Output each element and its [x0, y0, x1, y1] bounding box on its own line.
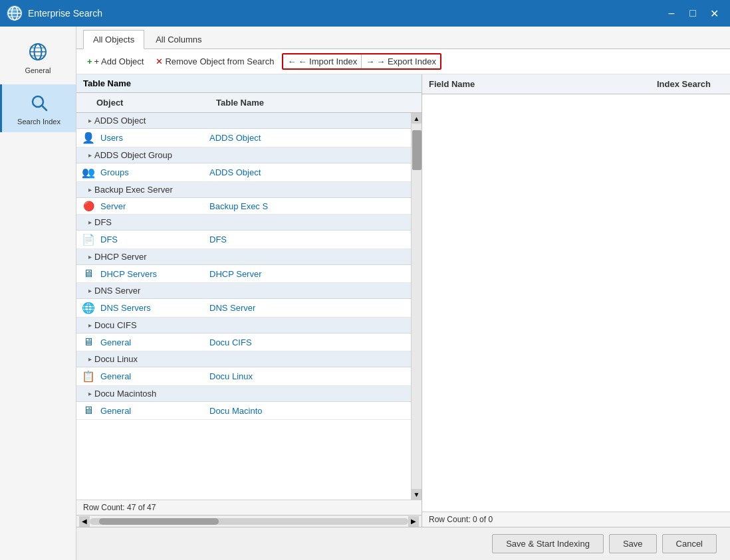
user-icon: 👤 [76, 132, 100, 144]
table-name-header: Table Name [76, 74, 422, 93]
group-adds-object-group-label: ADDS Object Group [94, 150, 172, 160]
group-dfs-label: DFS [94, 217, 112, 227]
h-scroll-thumb[interactable] [99, 518, 219, 525]
collapse-icon: ▸ [88, 151, 92, 159]
svg-line-11 [42, 106, 47, 110]
action-bar: Save & Start Indexing Save Cancel [76, 527, 730, 560]
server-icon: 🔴 [76, 201, 100, 211]
group-docu-cifs-label: Docu CIFS [94, 320, 137, 330]
close-button[interactable]: ✕ [705, 4, 723, 23]
h-scroll-track[interactable] [90, 518, 408, 525]
save-button[interactable]: Save [609, 534, 657, 553]
sidebar-item-general[interactable]: General [0, 33, 76, 81]
minimize-button[interactable]: – [662, 4, 681, 23]
group-docu-macintosh[interactable]: ▸ Docu Macintosh [76, 386, 411, 402]
docu-cifs-icon: 🖥 [76, 336, 100, 348]
tab-bar: All Objects All Columns [76, 27, 730, 49]
table-row[interactable]: 👥 Groups ADDS Object [76, 163, 411, 182]
toolbar: + + Add Object ✕ Remove Object from Sear… [76, 49, 730, 74]
save-start-indexing-button[interactable]: Save & Start Indexing [492, 534, 604, 553]
row-tablename-dfs: DFS [209, 234, 411, 244]
groups-icon: 👥 [76, 166, 100, 179]
table-row[interactable]: 📄 DFS DFS [76, 231, 411, 249]
collapse-icon: ▸ [88, 117, 92, 124]
right-column-headers: Field Name Index Search [422, 74, 730, 94]
scroll-thumb[interactable] [412, 130, 422, 170]
right-panel: Field Name Index Search Row Count: 0 of … [422, 74, 730, 527]
docu-linux-icon: 📋 [76, 370, 100, 383]
dfs-icon: 📄 [76, 233, 100, 246]
table-row[interactable]: 📋 General Docu Linux [76, 367, 411, 386]
group-adds-object-group[interactable]: ▸ ADDS Object Group [76, 147, 411, 163]
maximize-button[interactable]: □ [683, 4, 702, 23]
row-object-users: Users [100, 133, 209, 143]
add-icon: + [87, 56, 92, 66]
split-area: Table Name Object Table Name ▸ ADDS Obje… [76, 74, 730, 527]
table-row[interactable]: 🌐 DNS Servers DNS Server [76, 299, 411, 318]
row-object-dfs: DFS [100, 234, 209, 244]
dhcp-icon: 🖥 [76, 268, 100, 280]
scroll-track[interactable] [412, 124, 422, 489]
table-body: ▸ ADDS Object 👤 Users ADDS Object ▸ ADDS… [76, 113, 411, 500]
row-object-server: Server [100, 201, 209, 211]
row-tablename-docu-mac: Docu Macinto [209, 406, 411, 416]
collapse-icon: ▸ [88, 355, 92, 363]
scroll-up-button[interactable]: ▲ [412, 113, 422, 124]
cancel-button[interactable]: Cancel [662, 534, 717, 553]
remove-object-button[interactable]: ✕ Remove Object from Search [152, 54, 278, 68]
column-headers: Object Table Name [76, 93, 422, 113]
scroll-left-button[interactable]: ◀ [79, 516, 90, 527]
collapse-icon: ▸ [88, 219, 92, 226]
import-icon: ← [287, 56, 296, 66]
collapse-icon: ▸ [88, 322, 92, 329]
group-dns[interactable]: ▸ DNS Server [76, 283, 411, 299]
horizontal-scrollbar[interactable]: ◀ ▶ [76, 515, 422, 527]
scroll-down-button[interactable]: ▼ [412, 489, 422, 500]
scroll-right-button[interactable]: ▶ [408, 516, 419, 527]
vertical-scrollbar[interactable]: ▲ ▼ [411, 113, 422, 500]
row-tablename-backup: Backup Exec S [209, 201, 411, 211]
object-column-header: Object [76, 96, 209, 110]
row-tablename-dhcp: DHCP Server [209, 269, 411, 279]
app-icon [7, 5, 23, 21]
row-object-docu-mac: General [100, 406, 209, 416]
table-row[interactable]: 🔴 Server Backup Exec S [76, 198, 411, 215]
table-row[interactable]: 🖥 DHCP Servers DHCP Server [76, 265, 411, 283]
export-icon: → [366, 56, 374, 66]
export-index-button[interactable]: → → Export Index [362, 54, 440, 68]
sidebar-item-search-index[interactable]: Search Index [0, 84, 76, 132]
collapse-icon: ▸ [88, 253, 92, 260]
group-backup-exec[interactable]: ▸ Backup Exec Server [76, 182, 411, 198]
left-row-count: Row Count: 47 of 47 [76, 500, 422, 515]
sidebar: General Search Index [0, 27, 76, 560]
group-docu-linux-label: Docu Linux [94, 354, 138, 364]
right-table-body [422, 94, 730, 512]
content-area: All Objects All Columns + + Add Object ✕… [76, 27, 730, 560]
collapse-icon: ▸ [88, 287, 92, 294]
group-dhcp-label: DHCP Server [94, 252, 147, 262]
row-tablename-dns: DNS Server [209, 303, 411, 313]
import-index-button[interactable]: ← ← Import Index [283, 54, 362, 68]
main-container: General Search Index All Objects All Col… [0, 27, 730, 560]
group-dfs[interactable]: ▸ DFS [76, 215, 411, 231]
row-object-dhcp: DHCP Servers [100, 269, 209, 279]
right-row-count: Row Count: 0 of 0 [422, 512, 730, 527]
add-object-button[interactable]: + + Add Object [83, 54, 148, 68]
group-docu-linux[interactable]: ▸ Docu Linux [76, 351, 411, 367]
group-backup-exec-label: Backup Exec Server [94, 185, 173, 195]
group-dhcp[interactable]: ▸ DHCP Server [76, 249, 411, 265]
field-name-header: Field Name [422, 77, 650, 91]
group-adds-object[interactable]: ▸ ADDS Object [76, 113, 411, 129]
tab-all-objects[interactable]: All Objects [83, 30, 144, 49]
table-row[interactable]: 🖥 General Docu CIFS [76, 333, 411, 351]
docu-mac-icon: 🖥 [76, 405, 100, 417]
table-row[interactable]: 🖥 General Docu Macinto [76, 402, 411, 420]
row-tablename-docu-linux: Docu Linux [209, 371, 411, 381]
group-docu-cifs[interactable]: ▸ Docu CIFS [76, 318, 411, 333]
table-row[interactable]: 👤 Users ADDS Object [76, 129, 411, 147]
tab-all-columns[interactable]: All Columns [146, 30, 211, 48]
collapse-icon: ▸ [88, 186, 92, 193]
group-docu-macintosh-label: Docu Macintosh [94, 389, 156, 399]
title-bar: Enterprise Search – □ ✕ [0, 0, 730, 27]
import-index-label: ← Import Index [298, 56, 357, 66]
